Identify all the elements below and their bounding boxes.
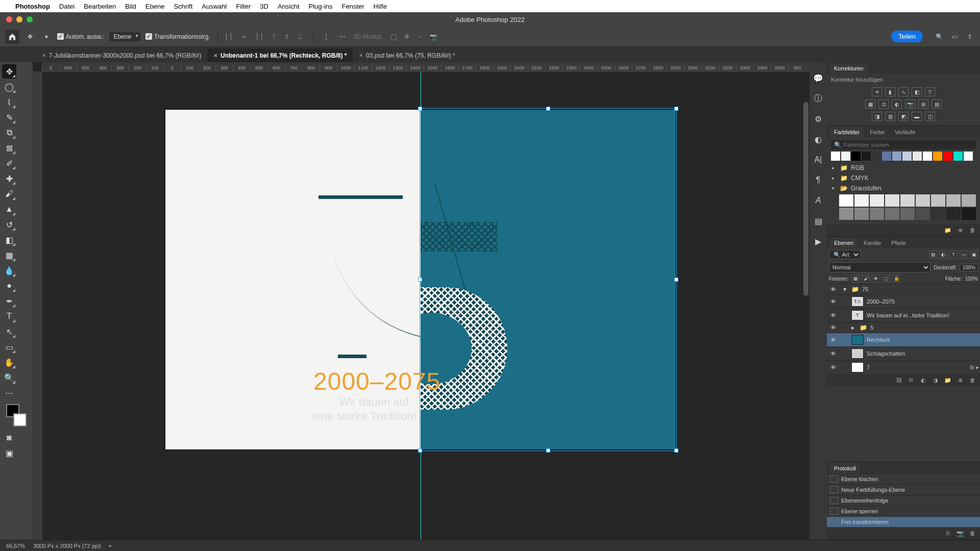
- crop-tool[interactable]: ⧉: [2, 126, 16, 140]
- history-item[interactable]: Ebenenreihenfolge: [827, 495, 980, 506]
- document-tab[interactable]: ×03.psd bei 66,7% (75, RGB/8#) *: [353, 48, 461, 62]
- history-item[interactable]: Frei transformieren: [827, 516, 980, 527]
- adj-photo-filter-icon[interactable]: 📷: [905, 99, 915, 109]
- layer-visibility-icon[interactable]: 👁: [829, 364, 837, 370]
- adj-invert-icon[interactable]: ◨: [872, 112, 882, 121]
- swatch[interactable]: [870, 194, 884, 207]
- shape-tool[interactable]: ▭: [2, 340, 16, 354]
- transform-handle[interactable]: [546, 107, 550, 111]
- transform-bounding-box[interactable]: [420, 108, 677, 451]
- pen-tool[interactable]: ✒: [2, 294, 16, 308]
- history-item[interactable]: Ebene sperren: [827, 506, 980, 516]
- swatch[interactable]: [946, 208, 961, 220]
- layer-visibility-icon[interactable]: 👁: [829, 350, 837, 357]
- swatch-folder-cmyk[interactable]: ▸📁CMYK: [831, 173, 976, 183]
- history-item[interactable]: Ebene löschen: [827, 473, 980, 484]
- layer-thumbnail[interactable]: T⚠: [851, 296, 864, 307]
- swatch[interactable]: [913, 152, 922, 161]
- filter-type-icon[interactable]: T: [949, 251, 958, 259]
- adj-gradient-map-icon[interactable]: ▬: [912, 112, 922, 121]
- delete-layer-icon[interactable]: 🗑: [968, 376, 977, 384]
- layer-disclosure-icon[interactable]: ▾: [843, 286, 848, 293]
- artboard-tool[interactable]: ◯: [2, 80, 16, 94]
- 3d-pan-icon[interactable]: ✥: [401, 31, 412, 42]
- transform-handle[interactable]: [418, 448, 422, 453]
- swatch[interactable]: [931, 208, 945, 220]
- move-tool[interactable]: ✥: [2, 64, 16, 79]
- menu-schrift[interactable]: Schrift: [174, 3, 192, 10]
- 3d-slide-icon[interactable]: ↔: [414, 31, 426, 42]
- swatch[interactable]: [839, 208, 853, 220]
- swatch[interactable]: [933, 152, 942, 161]
- layer-name[interactable]: Schlagschatten: [867, 350, 978, 357]
- ruler-vertical[interactable]: [33, 71, 42, 540]
- swatch[interactable]: [872, 152, 881, 161]
- stamp-tool[interactable]: ▲: [2, 202, 16, 216]
- tab-close-icon[interactable]: ×: [213, 52, 217, 59]
- hand-tool[interactable]: ✋: [2, 355, 16, 369]
- edit-toolbar-icon[interactable]: ⋯: [2, 386, 16, 400]
- swatch[interactable]: [916, 194, 930, 207]
- history-camera-icon[interactable]: 📷: [955, 529, 965, 537]
- layer-thumbnail[interactable]: [851, 348, 864, 359]
- swatch[interactable]: [854, 194, 869, 207]
- swatch[interactable]: [900, 208, 915, 220]
- quick-mask-icon[interactable]: ◙: [2, 431, 16, 445]
- delete-swatch-icon[interactable]: 🗑: [968, 226, 977, 234]
- swatch[interactable]: [962, 194, 976, 207]
- swatch[interactable]: [931, 194, 945, 207]
- swatch[interactable]: [839, 194, 853, 207]
- swatch[interactable]: [882, 152, 891, 161]
- menu-ansicht[interactable]: Ansicht: [278, 3, 300, 10]
- character-panel-icon[interactable]: A|: [813, 154, 824, 165]
- filter-smart-icon[interactable]: ▣: [970, 251, 978, 259]
- align-top-icon[interactable]: ⊤: [268, 31, 279, 42]
- adj-threshold-icon[interactable]: ◩: [898, 112, 909, 121]
- new-group-icon[interactable]: 📁: [943, 376, 952, 384]
- menu-filter[interactable]: Filter: [236, 3, 251, 10]
- lock-all-icon[interactable]: 🔒: [892, 274, 900, 283]
- auto-select-checkbox[interactable]: ✓Autom. ausw.:: [57, 33, 104, 40]
- panel-tab-protokoll[interactable]: Protokoll: [830, 463, 860, 473]
- swatch[interactable]: [923, 152, 932, 161]
- comments-panel-icon[interactable]: 💬: [813, 72, 824, 84]
- adj-brightness-icon[interactable]: ☀: [872, 87, 882, 96]
- zoom-tool[interactable]: 🔍: [2, 370, 16, 385]
- layer-name[interactable]: Wir bauen auf ei...tarke Tradition!: [867, 312, 978, 318]
- swatch[interactable]: [885, 208, 899, 220]
- adj-lookup-icon[interactable]: ▤: [932, 99, 942, 109]
- link-layers-icon[interactable]: ⛓: [894, 376, 903, 384]
- status-zoom[interactable]: 66,67%: [6, 543, 25, 549]
- adj-selective-icon[interactable]: ◫: [925, 112, 935, 121]
- adj-hue-icon[interactable]: ▦: [865, 99, 875, 109]
- layer-mask-icon[interactable]: ◐: [919, 376, 928, 384]
- swatch[interactable]: [831, 152, 840, 161]
- filter-adjust-icon[interactable]: ◐: [939, 251, 947, 259]
- swatch[interactable]: [962, 208, 976, 220]
- window-minimize-icon[interactable]: [16, 16, 22, 22]
- type-tool[interactable]: T: [2, 309, 16, 323]
- history-snapshot-icon[interactable]: ⎘: [943, 529, 952, 537]
- info-panel-icon[interactable]: ⓘ: [813, 93, 824, 104]
- dodge-tool[interactable]: ●: [2, 279, 16, 293]
- menu-ebene[interactable]: Ebene: [145, 3, 165, 10]
- tab-close-icon[interactable]: ×: [42, 52, 46, 59]
- lock-position-icon[interactable]: ✥: [872, 274, 880, 283]
- blur-tool[interactable]: 💧: [2, 263, 16, 278]
- fill-value[interactable]: 100%: [965, 276, 978, 282]
- align-left-icon[interactable]: ▏▏: [225, 31, 236, 42]
- transform-controls-checkbox[interactable]: ✓Transformationsstrg.: [145, 33, 210, 40]
- screen-mode-icon[interactable]: ▣: [2, 446, 16, 460]
- layer-row[interactable]: 👁▸📁5: [827, 322, 980, 333]
- document-tab[interactable]: ×7-Jubiläumsbanner-3000x2000.psd bei 66,…: [36, 48, 207, 62]
- lock-artboard-icon[interactable]: ▢: [882, 274, 890, 283]
- actions-panel-icon[interactable]: ▶: [813, 236, 824, 247]
- adj-mixer-icon[interactable]: ⊞: [918, 99, 928, 109]
- transform-handle[interactable]: [674, 107, 678, 111]
- layer-filter-type[interactable]: 🔍 Art: [829, 250, 861, 259]
- brush-tool[interactable]: 🖌: [2, 187, 16, 201]
- path-select-tool[interactable]: ↖: [2, 324, 16, 339]
- new-group-icon[interactable]: 📁: [943, 226, 952, 234]
- 3d-camera-icon[interactable]: 📷: [428, 31, 439, 42]
- history-brush-tool[interactable]: ↺: [2, 217, 16, 232]
